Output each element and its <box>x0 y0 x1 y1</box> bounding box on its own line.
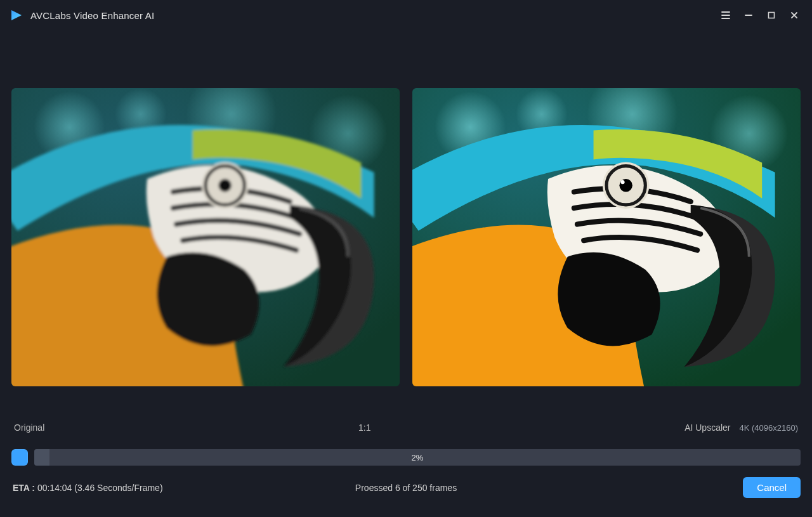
eta-value: 00:14:04 (3.46 Seconds/Frame) <box>37 483 163 493</box>
upscaler-label: AI Upscaler <box>684 422 730 433</box>
app-logo-icon <box>9 8 23 22</box>
original-label: Original <box>14 422 44 433</box>
main-content: Original 1:1 AI Upscaler 4K (4096x2160) … <box>0 30 812 517</box>
zoom-label: 1:1 <box>44 422 684 433</box>
close-icon[interactable] <box>783 4 806 27</box>
status-row: ETA : 00:14:04 (3.46 Seconds/Frame) Proe… <box>11 477 801 517</box>
progress-bar: 2% <box>11 449 801 466</box>
cancel-button[interactable]: Cancel <box>743 477 801 498</box>
preview-original <box>11 88 400 386</box>
progress-handle[interactable] <box>11 449 28 466</box>
app-title: AVCLabs Video Enhancer AI <box>30 10 154 21</box>
maximize-icon[interactable] <box>760 4 783 27</box>
preview-enhanced <box>412 88 801 386</box>
progress-track: 2% <box>34 449 801 466</box>
svg-point-18 <box>620 180 624 184</box>
resolution-label: 4K (4096x2160) <box>739 423 798 433</box>
compare-labels: Original 1:1 AI Upscaler 4K (4096x2160) <box>11 422 801 449</box>
progress-fill <box>34 449 49 466</box>
minimize-icon[interactable] <box>737 4 760 27</box>
menu-icon[interactable] <box>714 4 737 27</box>
titlebar: AVCLabs Video Enhancer AI <box>0 0 812 30</box>
svg-marker-0 <box>11 10 22 20</box>
eta-prefix: ETA : <box>13 483 35 493</box>
svg-rect-1 <box>769 13 775 18</box>
progress-percent: 2% <box>412 453 424 462</box>
svg-point-9 <box>218 179 231 192</box>
preview-compare <box>11 30 801 422</box>
